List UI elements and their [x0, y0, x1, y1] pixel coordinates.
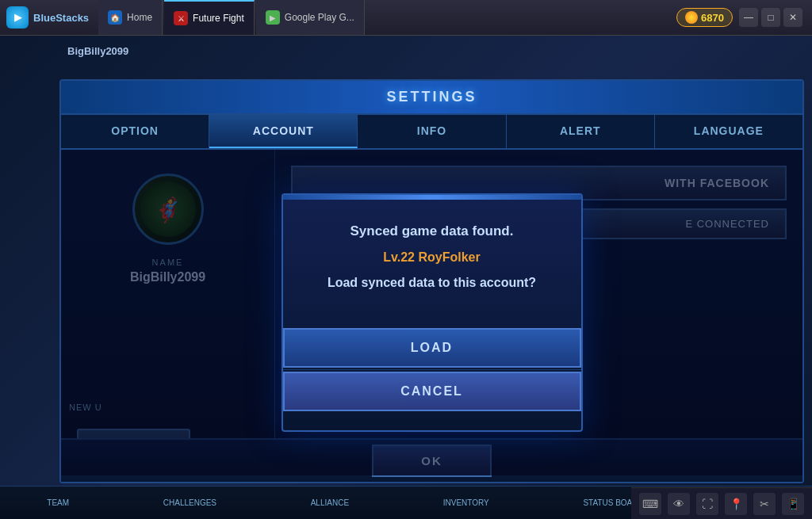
future-fight-icon: ⚔	[174, 11, 188, 25]
window-controls: — □ ✕	[739, 8, 802, 27]
dialog-text-main: Synced game data found.	[315, 223, 550, 239]
settings-tabs: OPTION ACCOUNT INFO ALERT LANGUAGE	[61, 115, 802, 150]
settings-title: SETTINGS	[386, 89, 477, 105]
nav-team[interactable]: TEAM	[47, 498, 69, 507]
tab-future-fight[interactable]: ⚔ Future Fight	[164, 0, 255, 35]
cancel-button[interactable]: CANCEL	[283, 372, 581, 411]
sync-dialog: Synced game data found. Lv.22 RoyFolker …	[282, 193, 583, 432]
tab-google-play-label: Google Play G...	[285, 12, 354, 23]
tab-home[interactable]: 🏠 Home	[98, 0, 163, 35]
phone-tray-icon[interactable]: 📱	[782, 493, 804, 515]
dialog-level-text: Lv.22	[383, 250, 415, 264]
load-button[interactable]: LOAD	[283, 328, 581, 368]
coin-amount: 6870	[701, 12, 724, 24]
dialog-player-name: RoyFolker	[418, 250, 480, 264]
scissors-tray-icon[interactable]: ✂	[753, 493, 776, 515]
keyboard-tray-icon[interactable]: ⌨	[639, 493, 661, 515]
minimize-button[interactable]: —	[739, 8, 758, 27]
settings-panel: SETTINGS OPTION ACCOUNT INFO ALERT LANGU…	[59, 79, 804, 483]
tab-bar: 🏠 Home ⚔ Future Fight ▶ Google Play G...	[98, 0, 365, 35]
dialog-question: Load synced data to this account?	[315, 276, 550, 290]
top-bar: ▶ BlueStacks 🏠 Home ⚔ Future Fight ▶ Goo…	[0, 0, 812, 36]
tab-option[interactable]: OPTION	[61, 115, 209, 148]
tab-google-play[interactable]: ▶ Google Play G...	[256, 0, 365, 35]
system-tray: ⌨ 👁 ⛶ 📍 ✂ 📱	[631, 487, 812, 519]
tab-alert[interactable]: ALERT	[507, 115, 655, 148]
google-play-icon: ▶	[266, 10, 280, 25]
settings-title-bar: SETTINGS	[61, 81, 802, 115]
dialog-body: Synced game data found. Lv.22 RoyFolker …	[283, 200, 581, 328]
nav-challenges[interactable]: CHALLENGES	[163, 498, 216, 507]
top-bar-right: 6870 — □ ✕	[676, 8, 812, 27]
dialog-overlay: Synced game data found. Lv.22 RoyFolker …	[61, 150, 802, 475]
coin-icon	[685, 11, 698, 24]
tab-future-fight-label: Future Fight	[193, 13, 244, 24]
dialog-level: Lv.22 RoyFolker	[315, 250, 550, 265]
nav-inventory[interactable]: INVENTORY	[443, 498, 489, 507]
nav-alliance[interactable]: ALLIANCE	[311, 498, 349, 507]
tab-info[interactable]: INFO	[358, 115, 506, 148]
tab-language[interactable]: LANGUAGE	[655, 115, 802, 148]
tab-home-label: Home	[127, 12, 152, 23]
eye-tray-icon[interactable]: 👁	[668, 493, 690, 515]
game-area: BigBilly2099 SETTINGS OPTION ACCOUNT INF…	[0, 36, 812, 519]
settings-body: 🦸 NAME BigBilly2099 NEW U SELECT MAIN WI…	[61, 150, 802, 475]
background-username: BigBilly2099	[67, 45, 128, 57]
home-icon: 🏠	[108, 10, 122, 25]
coin-badge: 6870	[676, 8, 733, 27]
maximize-button[interactable]: □	[761, 8, 780, 27]
bluestacks-logo: ▶	[6, 6, 29, 29]
location-tray-icon[interactable]: 📍	[725, 493, 747, 515]
close-button[interactable]: ✕	[783, 8, 802, 27]
dialog-divider	[283, 369, 581, 370]
tab-account[interactable]: ACCOUNT	[209, 115, 358, 148]
screen-tray-icon[interactable]: ⛶	[696, 493, 718, 515]
bluestacks-label: BlueStacks	[33, 12, 89, 24]
bluestacks-branding: ▶ BlueStacks	[0, 6, 95, 29]
